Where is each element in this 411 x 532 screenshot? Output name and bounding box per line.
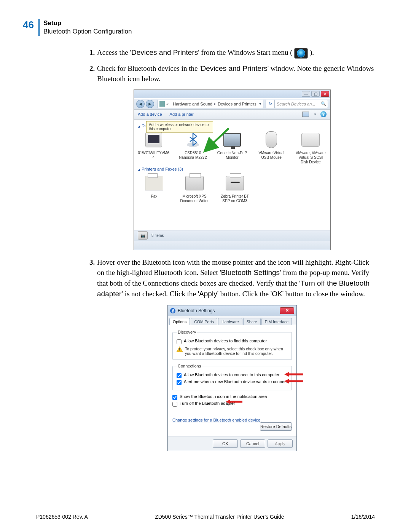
category-printers[interactable]: ◢Printers and Faxes (3) bbox=[138, 167, 327, 171]
screenshot-bluetooth-settings: Bluetooth Settings ✕ Options COM Ports H… bbox=[167, 305, 297, 451]
text: Check for Bluetooth devices in the ' bbox=[97, 64, 201, 72]
device-label: SPP on COM3 bbox=[218, 199, 251, 203]
warning-text: To protect your privacy, select this che… bbox=[185, 347, 288, 356]
close-button[interactable]: ✕ bbox=[280, 307, 294, 314]
notification-checkbox[interactable] bbox=[172, 395, 177, 400]
tab-share[interactable]: Share bbox=[243, 318, 261, 325]
chevron-down-icon[interactable]: ▼ bbox=[314, 113, 317, 116]
breadcrumb-item[interactable]: Devices and Printers bbox=[218, 102, 256, 106]
page-number: 46 bbox=[23, 19, 38, 31]
change-settings-link[interactable]: Change settings for a Bluetooth enabled … bbox=[172, 418, 261, 422]
device-label: Nanosira M2272 bbox=[177, 155, 209, 160]
status-bar-pad bbox=[134, 241, 330, 250]
privacy-warning: ! To protect your privacy, select this c… bbox=[177, 347, 288, 356]
tab-options[interactable]: Options bbox=[169, 318, 190, 325]
step-number: 2. bbox=[89, 63, 97, 84]
step-number: 3. bbox=[89, 257, 97, 299]
computer-icon bbox=[145, 132, 162, 147]
toolbar: Add a device Add a printer ▼ ? bbox=[134, 110, 330, 120]
ok-button[interactable]: OK bbox=[213, 439, 238, 448]
discovery-checkbox[interactable] bbox=[177, 339, 182, 344]
step-number: 1. bbox=[89, 47, 97, 59]
device-item[interactable]: VMware, VMware Virtual S SCSI Disk Devic… bbox=[295, 130, 327, 165]
step-3-text: Hover over the Bluetooth icon with the m… bbox=[97, 257, 375, 299]
minimize-button[interactable]: — bbox=[302, 91, 310, 97]
chevron-right-icon: ▸ bbox=[214, 101, 216, 106]
page-header: 46 Setup Bluetooth Option Configuration bbox=[23, 19, 375, 36]
connections-group: Connections Allow Bluetooth devices to c… bbox=[172, 364, 292, 390]
term-devices-and-printers: Devices and Printers bbox=[201, 64, 268, 72]
chevron-down-icon[interactable]: ▾ bbox=[259, 101, 261, 106]
disk-icon bbox=[301, 133, 320, 147]
device-label: Virtual S SCSI bbox=[295, 155, 327, 160]
device-label: VMware Virtual bbox=[256, 151, 287, 155]
checkbox-label: Allow Bluetooth devices to connect to th… bbox=[184, 372, 279, 377]
control-panel-icon bbox=[159, 101, 165, 107]
term-apply: Apply bbox=[199, 290, 217, 298]
search-input[interactable]: Search Devices an... 🔍 bbox=[275, 100, 328, 108]
text: ). bbox=[308, 48, 314, 56]
nav-row: ◄ ► « Hardware and Sound ▸ Devices and P… bbox=[134, 98, 330, 110]
breadcrumb-item[interactable]: Hardware and Sound bbox=[173, 102, 212, 106]
tab-com-ports[interactable]: COM Ports bbox=[191, 318, 217, 325]
text: ' button to close the window. bbox=[282, 290, 365, 298]
add-printer-button[interactable]: Add a printer bbox=[170, 112, 194, 117]
help-icon[interactable]: ? bbox=[320, 111, 327, 117]
view-icon[interactable] bbox=[302, 112, 309, 117]
footer-rule bbox=[36, 509, 375, 509]
bluetooth-icon bbox=[185, 132, 201, 148]
checkbox-label: Show the Bluetooth icon in the notificat… bbox=[180, 394, 267, 399]
explorer-body: Add a wireless or network device to this… bbox=[134, 120, 330, 230]
connect-checkbox[interactable] bbox=[177, 373, 182, 378]
device-label: 4 bbox=[138, 155, 169, 160]
printer-item[interactable]: Fax bbox=[138, 174, 170, 203]
term-devices-and-printers: Devices and Printers bbox=[131, 48, 198, 56]
tab-pim-interface[interactable]: PIM Interface bbox=[261, 318, 292, 325]
tooltip: Add a wireless or network device to this… bbox=[146, 121, 213, 133]
forward-button[interactable]: ► bbox=[146, 100, 154, 108]
printer-icon bbox=[185, 176, 204, 190]
restore-defaults-button[interactable]: Restore Defaults bbox=[260, 422, 292, 431]
step-2: 2. Check for Bluetooth devices in the 'D… bbox=[89, 63, 375, 84]
term-ok: OK bbox=[272, 290, 282, 298]
maximize-button[interactable]: ▢ bbox=[311, 91, 320, 97]
alert-checkbox[interactable] bbox=[177, 380, 182, 385]
step-1-text: Access the 'Devices and Printers' from t… bbox=[97, 47, 375, 59]
tab-body: Discovery Allow Bluetooth devices to fin… bbox=[168, 325, 296, 436]
text bbox=[170, 102, 171, 106]
printer-item[interactable]: Microsoft XPS Document Writer bbox=[178, 174, 211, 203]
search-icon[interactable]: 🔍 bbox=[321, 101, 326, 106]
page-footer: P1062653-002 Rev. A ZD500 Series™ Therma… bbox=[36, 514, 375, 520]
breadcrumb-sep: « bbox=[166, 102, 169, 106]
close-button[interactable]: ✕ bbox=[321, 91, 329, 97]
add-device-button[interactable]: Add a device bbox=[138, 112, 162, 117]
dialog-title: Bluetooth Settings bbox=[178, 308, 215, 313]
text: ' button. Click the ' bbox=[217, 290, 272, 298]
device-label: Fax bbox=[138, 194, 170, 199]
section-divider bbox=[38, 19, 40, 36]
collapse-icon[interactable]: ◢ bbox=[138, 168, 140, 171]
annotation-arrow-icon bbox=[284, 372, 303, 377]
back-button[interactable]: ◄ bbox=[136, 100, 145, 108]
device-item[interactable]: 01W7JWILEYVM6 4 bbox=[138, 130, 169, 165]
text: ' is not checked. Click the ' bbox=[121, 290, 199, 298]
checkbox-label: Allow Bluetooth devices to find this com… bbox=[184, 339, 267, 343]
step-3: 3. Hover over the Bluetooth icon with th… bbox=[89, 257, 375, 299]
printer-item[interactable]: Zebra Printer BT SPP on COM3 bbox=[218, 174, 251, 203]
device-label: Microsoft XPS bbox=[178, 194, 211, 199]
cancel-button[interactable]: Cancel bbox=[240, 439, 265, 448]
turn-off-adapter-checkbox[interactable] bbox=[172, 402, 177, 407]
apply-button[interactable]: Apply bbox=[268, 439, 293, 448]
windows-start-icon bbox=[294, 48, 308, 59]
footer-center: ZD500 Series™ Thermal Transfer Printer U… bbox=[155, 514, 284, 520]
collapse-icon[interactable]: ◢ bbox=[138, 125, 140, 128]
breadcrumb[interactable]: « Hardware and Sound ▸ Devices and Print… bbox=[158, 100, 263, 108]
tab-hardware[interactable]: Hardware bbox=[218, 318, 242, 325]
refresh-button[interactable]: ↻ bbox=[266, 100, 275, 108]
device-label: Zebra Printer BT bbox=[218, 194, 251, 199]
device-label: USB Mouse bbox=[256, 155, 287, 160]
status-bar: 📷 8 items bbox=[134, 230, 330, 241]
status-text: 8 items bbox=[151, 233, 164, 238]
device-item[interactable]: VMware Virtual USB Mouse bbox=[256, 130, 287, 165]
dialog-buttons: OK Cancel Apply bbox=[168, 436, 296, 451]
